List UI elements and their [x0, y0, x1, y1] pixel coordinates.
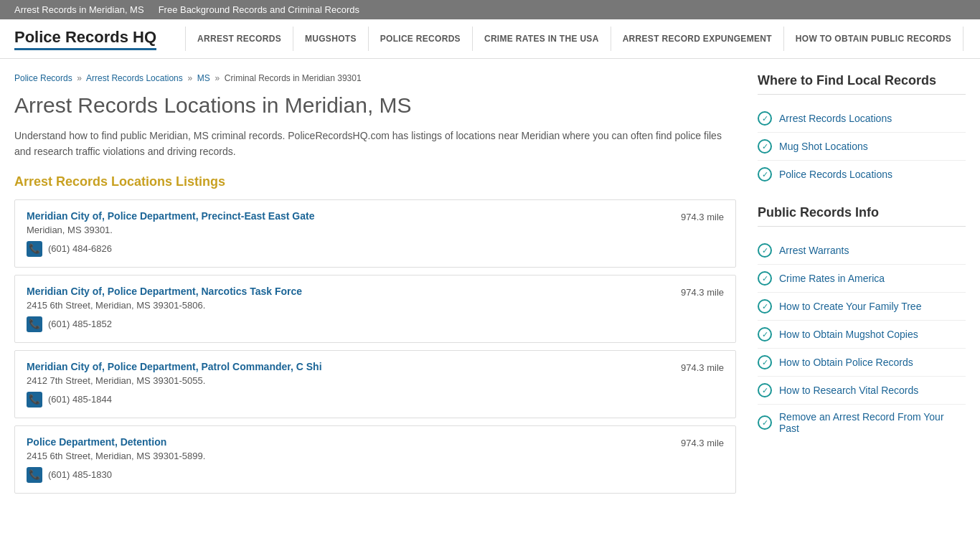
topbar-link-1[interactable]: Arrest Records in Meridian, MS: [14, 4, 144, 15]
location-address-3: 2415 6th Street, Meridian, MS 39301-5899…: [27, 451, 205, 461]
breadcrumb-police-records[interactable]: Police Records: [14, 73, 72, 83]
breadcrumb-current: Criminal Records in Meridian 39301: [225, 73, 362, 83]
location-address-0: Meridian, MS 39301.: [27, 225, 314, 235]
location-card-2: Meridian City of, Police Department, Pat…: [14, 350, 736, 418]
check-icon-8: ✓: [758, 355, 772, 369]
location-distance-1: 974.3 mile: [681, 286, 724, 298]
sidebar-link-mugshot-copies[interactable]: ✓ How to Obtain Mugshot Copies: [758, 321, 966, 349]
location-distance-0: 974.3 mile: [681, 210, 724, 222]
page-title: Arrest Records Locations in Meridian, MS: [14, 93, 736, 118]
phone-number-0: (601) 484-6826: [48, 243, 112, 254]
sidebar-title-1: Where to Find Local Records: [758, 73, 966, 95]
check-icon-2: ✓: [758, 139, 772, 154]
sidebar-label-crime-rates: Crime Rates in America: [779, 273, 885, 284]
location-distance-3: 974.3 mile: [681, 436, 724, 448]
location-phone-0: 📞 (601) 484-6826: [27, 241, 724, 257]
nav-police-records[interactable]: POLICE RECORDS: [369, 27, 473, 51]
check-icon-9: ✓: [758, 383, 772, 397]
location-address-1: 2415 6th Street, Meridian, MS 39301-5806…: [27, 300, 302, 311]
main-content: Police Records » Arrest Records Location…: [14, 73, 736, 501]
sidebar-label-mugshot-copies: How to Obtain Mugshot Copies: [779, 329, 918, 340]
location-phone-2: 📞 (601) 485-1844: [27, 392, 724, 408]
phone-icon-0: 📞: [27, 241, 42, 257]
breadcrumb-arrest-locations[interactable]: Arrest Records Locations: [86, 73, 183, 83]
check-icon-1: ✓: [758, 111, 772, 126]
sidebar-label-vital-records: How to Research Vital Records: [779, 385, 918, 396]
sidebar-label-family-tree: How to Create Your Family Tree: [779, 301, 921, 312]
page-container: Police Records » Arrest Records Location…: [0, 59, 980, 515]
header: Police Records HQ ARREST RECORDS MUGSHOT…: [0, 19, 980, 59]
location-address-2: 2412 7th Street, Meridian, MS 39301-5055…: [27, 375, 322, 386]
sidebar-link-mug-shots[interactable]: ✓ Mug Shot Locations: [758, 133, 966, 161]
breadcrumb-ms[interactable]: MS: [197, 73, 210, 83]
top-bar: Arrest Records in Meridian, MS Free Back…: [0, 0, 980, 19]
check-icon-6: ✓: [758, 299, 772, 314]
location-header-3: Police Department, Detention 2415 6th St…: [27, 436, 724, 467]
check-icon-4: ✓: [758, 243, 772, 258]
location-header-1: Meridian City of, Police Department, Nar…: [27, 286, 724, 316]
page-description: Understand how to find public Meridian, …: [14, 128, 736, 160]
location-card-3: Police Department, Detention 2415 6th St…: [14, 425, 736, 494]
nav-mugshots[interactable]: MUGSHOTS: [293, 27, 369, 51]
location-card-0: Meridian City of, Police Department, Pre…: [14, 199, 736, 268]
sidebar-link-obtain-police[interactable]: ✓ How to Obtain Police Records: [758, 349, 966, 377]
sidebar: Where to Find Local Records ✓ Arrest Rec…: [758, 73, 966, 501]
sidebar-public-records: Public Records Info ✓ Arrest Warrants ✓ …: [758, 205, 966, 441]
location-card-1: Meridian City of, Police Department, Nar…: [14, 275, 736, 343]
phone-number-1: (601) 485-1852: [48, 319, 112, 329]
sidebar-link-family-tree[interactable]: ✓ How to Create Your Family Tree: [758, 293, 966, 321]
phone-icon-3: 📞: [27, 467, 42, 483]
topbar-link-2[interactable]: Free Background Records and Criminal Rec…: [159, 4, 359, 15]
sidebar-link-arrest-warrants[interactable]: ✓ Arrest Warrants: [758, 237, 966, 265]
nav-expungement[interactable]: ARREST RECORD EXPUNGEMENT: [611, 27, 784, 51]
main-nav: ARREST RECORDS MUGSHOTS POLICE RECORDS C…: [185, 27, 966, 51]
location-name-2: Meridian City of, Police Department, Pat…: [27, 361, 322, 372]
sidebar-label-remove-arrest: Remove an Arrest Record From Your Past: [779, 411, 966, 434]
sidebar-link-crime-rates[interactable]: ✓ Crime Rates in America: [758, 265, 966, 293]
sidebar-link-remove-arrest[interactable]: ✓ Remove an Arrest Record From Your Past: [758, 405, 966, 441]
phone-number-2: (601) 485-1844: [48, 394, 112, 405]
check-icon-7: ✓: [758, 327, 772, 342]
sidebar-label-arrest-warrants: Arrest Warrants: [779, 245, 849, 256]
sidebar-title-2: Public Records Info: [758, 205, 966, 227]
location-name-0: Meridian City of, Police Department, Pre…: [27, 210, 314, 222]
phone-number-3: (601) 485-1830: [48, 469, 112, 480]
check-icon-10: ✓: [758, 415, 772, 430]
location-name-3: Police Department, Detention: [27, 436, 205, 448]
sidebar-link-police-records-loc[interactable]: ✓ Police Records Locations: [758, 161, 966, 188]
sidebar-label-arrest-locations: Arrest Records Locations: [779, 113, 892, 124]
location-phone-1: 📞 (601) 485-1852: [27, 316, 724, 332]
nav-arrest-records[interactable]: ARREST RECORDS: [185, 27, 293, 51]
sidebar-link-vital-records[interactable]: ✓ How to Research Vital Records: [758, 377, 966, 405]
location-phone-3: 📞 (601) 485-1830: [27, 467, 724, 483]
listings-heading: Arrest Records Locations Listings: [14, 174, 736, 189]
phone-icon-2: 📞: [27, 392, 42, 408]
check-icon-3: ✓: [758, 167, 772, 182]
location-header-2: Meridian City of, Police Department, Pat…: [27, 361, 724, 392]
sidebar-label-obtain-police: How to Obtain Police Records: [779, 357, 913, 368]
location-header-0: Meridian City of, Police Department, Pre…: [27, 210, 724, 241]
nav-crime-rates[interactable]: CRIME RATES IN THE USA: [473, 27, 611, 51]
sidebar-label-police-records-loc: Police Records Locations: [779, 169, 892, 180]
nav-obtain-records[interactable]: HOW TO OBTAIN PUBLIC RECORDS: [784, 27, 963, 51]
sidebar-local-records: Where to Find Local Records ✓ Arrest Rec…: [758, 73, 966, 188]
sidebar-link-arrest-locations[interactable]: ✓ Arrest Records Locations: [758, 105, 966, 133]
sidebar-label-mug-shots: Mug Shot Locations: [779, 141, 868, 152]
breadcrumb: Police Records » Arrest Records Location…: [14, 73, 736, 83]
logo[interactable]: Police Records HQ: [14, 28, 156, 50]
location-cards: Meridian City of, Police Department, Pre…: [14, 199, 736, 494]
check-icon-5: ✓: [758, 271, 772, 286]
location-distance-2: 974.3 mile: [681, 361, 724, 373]
phone-icon-1: 📞: [27, 316, 42, 332]
location-name-1: Meridian City of, Police Department, Nar…: [27, 286, 302, 297]
